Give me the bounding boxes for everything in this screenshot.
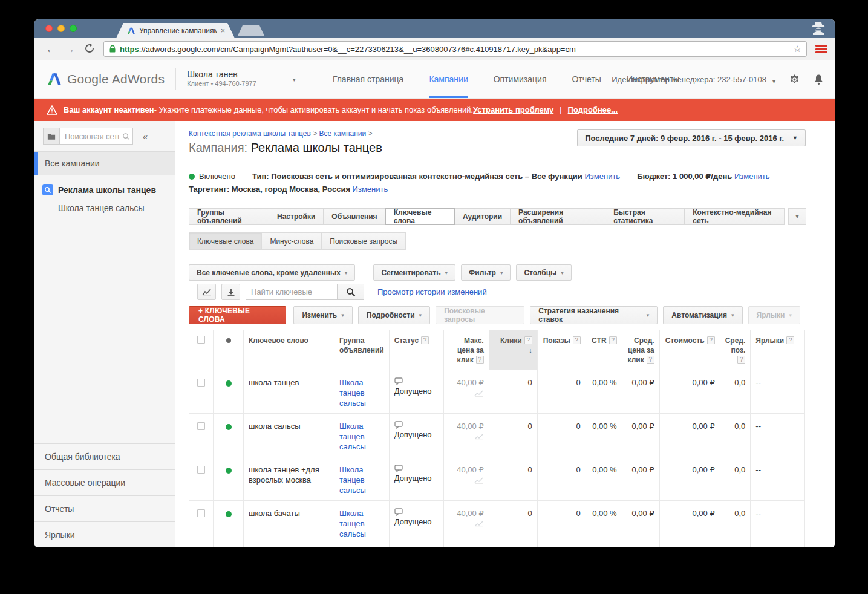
new-tab-button[interactable] — [238, 25, 264, 36]
details-dropdown[interactable]: Подробности▾ — [358, 306, 430, 324]
change-history-link[interactable]: Просмотр истории изменений — [377, 287, 487, 296]
adgroup-link[interactable]: Школа танцев сальсы — [339, 465, 366, 495]
sidebar-item[interactable]: Отчеты — [34, 495, 175, 521]
breadcrumb-separator: > — [368, 129, 373, 138]
tab-аудитории[interactable]: Аудитории — [454, 208, 511, 225]
col-header-labels: Ярлыки? — [751, 330, 805, 370]
sidebar-item-all-campaigns[interactable]: Все кампании — [34, 151, 175, 175]
tab-контекстно-медийная-сеть[interactable]: Контекстно-медийная сеть — [684, 208, 785, 225]
chart-toggle-button[interactable] — [197, 284, 216, 300]
keyword-enabled-icon — [226, 380, 232, 387]
keywords-scope-dropdown[interactable]: Все ключевые слова, кроме удаленных▾ — [189, 264, 355, 281]
help-icon[interactable]: ? — [476, 356, 484, 364]
row-checkbox[interactable] — [197, 379, 205, 387]
row-checkbox[interactable] — [197, 509, 205, 517]
zoom-window-button[interactable] — [70, 25, 77, 32]
chevron-down-icon: ▾ — [500, 270, 503, 276]
help-icon[interactable]: ? — [609, 336, 617, 344]
subtab-поисковые-запросы[interactable]: Поисковые запросы — [321, 232, 406, 250]
download-button[interactable] — [221, 284, 240, 300]
adgroup-link[interactable]: Школа танцев сальсы — [339, 378, 366, 408]
nav-link-оптимизация[interactable]: Оптимизация — [494, 60, 547, 98]
breadcrumb-separator: > — [313, 129, 317, 138]
columns-dropdown[interactable]: Столбцы▾ — [516, 264, 571, 281]
col-header-keyword: Ключевое слово — [244, 330, 334, 370]
row-checkbox[interactable] — [197, 466, 205, 474]
bookmark-star-icon[interactable]: ☆ — [794, 44, 801, 54]
fix-problem-link[interactable]: Устранить проблему — [473, 105, 553, 114]
filter-dropdown[interactable]: Фильтр▾ — [461, 264, 511, 281]
adgroup-link[interactable]: Школа танцев сальсы — [339, 509, 366, 538]
add-keywords-button[interactable]: + КЛЮЧЕВЫЕ СЛОВА — [189, 306, 286, 324]
browser-tab[interactable]: Управление кампаниями × — [116, 23, 235, 38]
notifications-bell-icon[interactable] — [814, 74, 824, 85]
help-icon[interactable]: ? — [421, 336, 429, 344]
tab-группы-объявлений[interactable]: Группы объявлений — [189, 208, 269, 225]
url-bar[interactable]: https://adwords.google.com/cm/CampaignMg… — [103, 41, 807, 57]
date-range-label: Последние 7 дней: 9 февр. 2016 г. - 15 ф… — [585, 134, 784, 143]
client-dropdown-icon[interactable]: ▾ — [293, 76, 296, 83]
chevron-down-icon: ▾ — [345, 270, 348, 276]
folder-icon[interactable] — [43, 128, 59, 145]
help-icon[interactable]: ? — [573, 336, 581, 344]
edit-budget-link[interactable]: Изменить — [734, 172, 770, 181]
help-icon[interactable]: ? — [707, 336, 715, 344]
nav-link-кампании[interactable]: Кампании — [429, 60, 468, 98]
edit-dropdown[interactable]: Изменить▾ — [293, 306, 352, 324]
manager-dropdown-icon[interactable]: ▾ — [772, 78, 775, 85]
client-selector[interactable]: Школа танев Клиент • 494-760-7977 — [187, 70, 256, 88]
forward-button[interactable]: → — [65, 44, 75, 54]
adgroup-link[interactable]: Школа танцев сальсы — [339, 422, 366, 451]
sidebar-spacer — [34, 213, 175, 443]
col-header-check[interactable] — [189, 330, 214, 370]
sidebar-item[interactable]: Ярлыки — [34, 521, 175, 547]
help-icon[interactable]: ? — [524, 336, 532, 344]
tab-close-icon[interactable]: × — [221, 27, 225, 35]
cell-ctr: 0,00 % — [586, 457, 622, 501]
keywords-table-header-row: Ключевое словоГруппа объявленийСтатус?Ма… — [189, 330, 805, 370]
tabs-more-dropdown[interactable]: ▼ — [788, 208, 806, 225]
cell-group: Школа танцев сальсы — [334, 501, 390, 544]
sidebar-item-adgroup[interactable]: Школа танцев сальсы — [34, 195, 175, 213]
help-icon[interactable]: ? — [737, 356, 745, 364]
sidebar-item[interactable]: Общая библиотека — [34, 443, 175, 469]
find-keywords-button[interactable] — [338, 284, 364, 300]
cell-avg_pos: 0,0 — [720, 457, 751, 501]
close-window-button[interactable] — [45, 25, 53, 32]
settings-gear-icon[interactable] — [789, 74, 800, 85]
cell-keyword: школа бачаты — [244, 501, 334, 544]
labels-dropdown: Ярлыки▾ — [748, 306, 800, 324]
tab-настройки[interactable]: Настройки — [269, 208, 324, 225]
tab-объявления[interactable]: Объявления — [323, 208, 385, 225]
col-header-clicks[interactable]: Клики?↓ — [489, 330, 537, 370]
minimize-window-button[interactable] — [57, 25, 65, 32]
tab-ключевые-слова[interactable]: Ключевые слова — [385, 208, 455, 225]
tab-быстрая-статистика[interactable]: Быстрая статистика — [605, 208, 685, 225]
edit-type-link[interactable]: Изменить — [584, 172, 620, 181]
bid-strategy-dropdown[interactable]: Стратегия назначения ставок▾ — [530, 306, 658, 324]
nav-link-главная-страница[interactable]: Главная страница — [333, 60, 404, 98]
find-keywords-input[interactable] — [246, 284, 338, 300]
date-range-selector[interactable]: Последние 7 дней: 9 февр. 2016 г. - 15 ф… — [577, 129, 806, 146]
subtab-минус-слова[interactable]: Минус-слова — [261, 232, 322, 250]
subtab-ключевые-слова[interactable]: Ключевые слова — [189, 232, 262, 250]
sidebar-item-campaign[interactable]: Реклама школы танцев — [34, 175, 175, 195]
learn-more-link[interactable]: Подробнее... — [568, 105, 618, 114]
edit-targeting-link[interactable]: Изменить — [353, 184, 388, 194]
tab-расширения-объявлений[interactable]: Расширения объявлений — [510, 208, 605, 225]
select-all-checkbox[interactable] — [197, 336, 205, 344]
help-icon[interactable]: ? — [786, 336, 794, 344]
help-icon[interactable]: ? — [647, 356, 654, 364]
breadcrumb-account-link[interactable]: Контекстная реклама школы танцев — [189, 129, 311, 138]
segment-dropdown[interactable]: Сегментировать▾ — [373, 264, 455, 281]
cell-clicks: 0 — [489, 544, 537, 548]
automation-dropdown[interactable]: Автоматизация▾ — [663, 306, 742, 324]
chrome-menu-icon[interactable] — [815, 45, 827, 53]
collapse-sidebar-button[interactable]: « — [143, 131, 148, 142]
reload-button[interactable] — [85, 44, 94, 55]
breadcrumb-all-campaigns-link[interactable]: Все кампании — [319, 129, 367, 138]
nav-link-отчеты[interactable]: Отчеты — [572, 60, 601, 98]
row-checkbox[interactable] — [197, 422, 205, 430]
sidebar-item[interactable]: Массовые операции — [34, 469, 175, 495]
back-button[interactable]: ← — [46, 44, 56, 54]
